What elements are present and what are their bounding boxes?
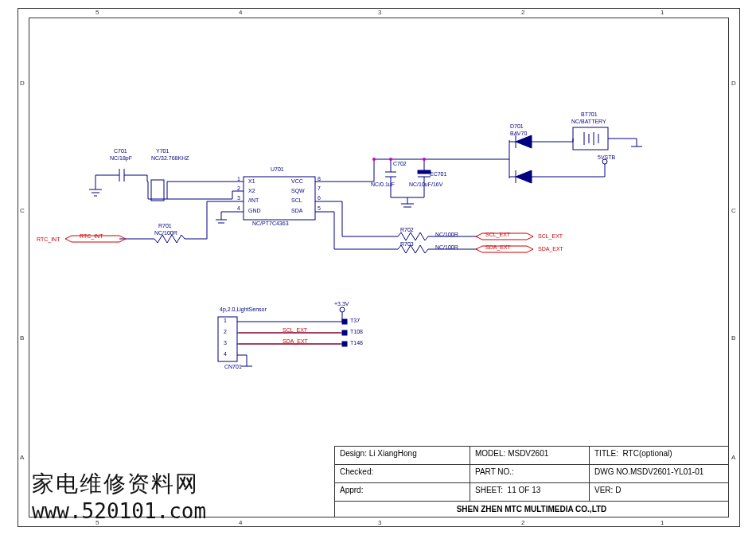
tp-t148: T148	[350, 340, 363, 346]
net-sda-ext: SDA_EXT	[538, 246, 563, 252]
u701-pinl3: /INT	[248, 197, 259, 203]
u701-n8: 8	[318, 176, 321, 182]
ls-net-scl: SCL_EXT	[283, 327, 307, 333]
pwr-5vstb: 5VSTB	[598, 154, 615, 160]
y701-ref: Y701	[156, 148, 169, 154]
r701-val: NC/100R	[154, 230, 177, 236]
u701-n2: 2	[237, 185, 240, 191]
ls-net-sda: SDA_EXT	[283, 338, 308, 344]
d701-val: BAV70	[510, 131, 527, 136]
svg-rect-87	[342, 342, 347, 346]
ec701-ref: EC701	[430, 171, 446, 177]
u701-pinl4: GND	[248, 208, 261, 213]
cn701-p4: 4	[224, 351, 227, 357]
u701-n4: 4	[237, 205, 240, 211]
cn701-header: 4p,2.0,LightSensor	[220, 307, 267, 312]
c702-ref: C702	[393, 161, 407, 166]
svg-point-52	[389, 158, 392, 161]
tp-t108: T108	[350, 329, 363, 334]
port-sda-ext: SDA_EXT	[485, 244, 511, 250]
tb-checked: Checked:	[335, 465, 470, 482]
svg-rect-86	[342, 330, 347, 335]
y701-val: NC/32.768KHZ	[151, 155, 189, 161]
pwr-3v3: +3.3V	[334, 301, 349, 307]
u701-pinr3: SCL	[291, 197, 302, 203]
r703-ref: R703	[400, 241, 414, 247]
c702-val: NC/0.1uF	[371, 182, 395, 187]
svg-marker-56	[516, 135, 532, 148]
watermark: 家电维修资料网 www.520101.com	[32, 469, 206, 523]
net-scl-ext: SCL_EXT	[538, 233, 563, 239]
u701-val: NC/PT7C4363	[252, 221, 289, 226]
tb-title: TITLE: RTC(optional)	[590, 447, 728, 464]
c701-ref: C701	[114, 148, 127, 154]
svg-rect-76	[218, 317, 237, 361]
tb-ver: VER: D	[590, 483, 728, 501]
u701-ref: U701	[271, 166, 284, 172]
bt701-val: NC/BATTERY	[571, 119, 606, 124]
svg-point-53	[423, 158, 426, 161]
watermark-url: www.520101.com	[32, 499, 206, 523]
r701-ref: R701	[158, 223, 172, 228]
r703-val: NC/100R	[435, 244, 458, 250]
net-rtc-int-port: RTC_INT	[80, 233, 103, 239]
tb-design: Design: Li XiangHong	[335, 447, 470, 464]
svg-rect-85	[342, 319, 347, 324]
svg-point-84	[340, 307, 345, 312]
u701-n6: 6	[318, 195, 321, 201]
cn701-p2: 2	[224, 329, 227, 334]
port-scl-ext: SCL_EXT	[485, 232, 510, 237]
svg-rect-44	[418, 170, 431, 174]
u701-n1: 1	[237, 176, 240, 182]
u701-pinr1: VCC	[291, 178, 303, 184]
u701-pinr2: SQW	[291, 188, 305, 193]
tb-partno: PART NO.:	[470, 465, 590, 482]
cn701-p1: 1	[224, 318, 227, 323]
u701-n5: 5	[318, 205, 321, 211]
svg-point-51	[372, 158, 376, 161]
title-block: Design: Li XiangHong MODEL: MSDV2601 TIT…	[334, 446, 728, 517]
svg-marker-60	[516, 170, 532, 183]
u701-pinr4: SDA	[291, 208, 302, 213]
tb-footer: SHEN ZHEN MTC MULTIMEDIA CO.,LTD	[335, 502, 728, 514]
cn701-p3: 3	[224, 340, 227, 346]
cn701-ref: CN701	[224, 364, 242, 369]
u701-pinl1: X1	[248, 178, 255, 184]
u701-n7: 7	[318, 185, 321, 191]
tb-model: MODEL: MSDV2601	[470, 447, 590, 464]
tp-t37: T37	[350, 318, 360, 323]
c701-val: NC/18pF	[110, 155, 132, 161]
r702-ref: R702	[400, 227, 414, 232]
tb-sheet: SHEET: 11 OF 13	[470, 483, 590, 501]
u701-pinl2: X2	[248, 188, 255, 193]
svg-rect-64	[573, 127, 608, 150]
r702-val: NC/100R	[435, 232, 458, 237]
u701-n3: 3	[237, 195, 240, 201]
bt701-ref: BT701	[581, 111, 598, 117]
svg-rect-8	[151, 180, 164, 201]
net-rtc-int: RTC_INT	[37, 236, 60, 242]
tb-dwg: DWG NO.MSDV2601-YL01-01	[590, 465, 728, 482]
tb-apprd: Apprd:	[335, 483, 470, 501]
watermark-cn: 家电维修资料网	[32, 469, 206, 499]
ec701-val: NC/10uF/16V	[409, 182, 442, 187]
d701-ref: D701	[510, 123, 524, 129]
